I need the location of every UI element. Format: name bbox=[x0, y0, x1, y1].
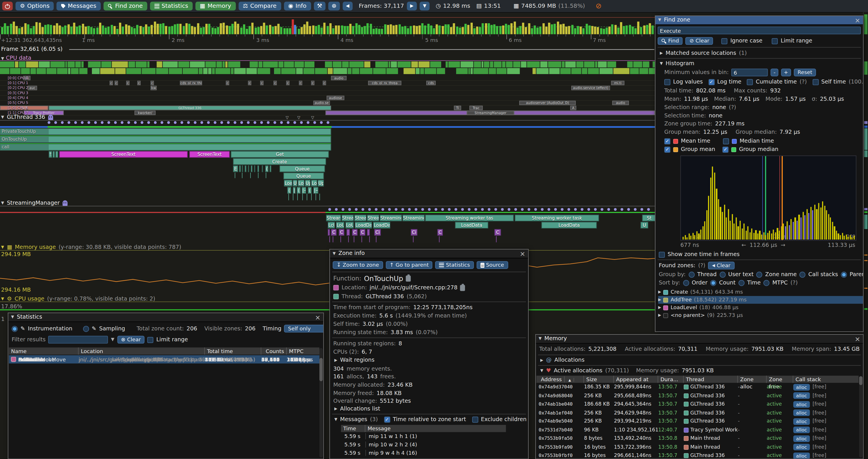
cpu-zone[interactable]: c bbox=[137, 81, 141, 85]
timeline-zone[interactable] bbox=[245, 165, 246, 172]
clipboard-icon[interactable] bbox=[406, 275, 411, 282]
clear-button[interactable]: ⊘Clear bbox=[686, 37, 713, 45]
timeline-zone[interactable]: Up bbox=[305, 180, 310, 186]
source-color-swatch[interactable] bbox=[333, 285, 339, 291]
cpu-zone[interactable]: c bbox=[226, 81, 229, 85]
zone-private-touch-up[interactable]: PrivateTouchUp bbox=[0, 128, 331, 135]
timeline-zone[interactable]: ( bbox=[265, 165, 269, 172]
memory-button[interactable]: ▦Memory bbox=[195, 2, 236, 11]
timing-dropdown[interactable]: Self only▼ bbox=[284, 325, 324, 332]
limit-range-checkbox[interactable] bbox=[148, 337, 154, 343]
timeline-zone[interactable]: LoadDaU bbox=[355, 222, 372, 229]
goto-frame-button[interactable]: ▼ bbox=[420, 2, 430, 11]
zoom-to-zone-button[interactable]: ↧Zoom to zone bbox=[333, 261, 383, 269]
cpu-zone[interactable]: c bbox=[273, 81, 277, 85]
col-address[interactable]: Address ▲ bbox=[536, 376, 584, 383]
zone-call[interactable]: call bbox=[0, 144, 331, 151]
col-location[interactable]: Location bbox=[79, 347, 205, 355]
allocations-tree[interactable]: ▶ @ Allocations bbox=[540, 357, 585, 364]
statistics-button[interactable]: Statistics bbox=[150, 2, 192, 11]
filter-input[interactable] bbox=[49, 336, 108, 343]
timeline-zone[interactable]: LoadData bbox=[455, 222, 488, 229]
scrollbar-thumb[interactable] bbox=[859, 376, 863, 385]
statistics-title-bar[interactable]: ▼ Statistics × bbox=[8, 313, 323, 322]
alloc-callstack-button[interactable]: alloc bbox=[793, 401, 810, 407]
col-counts[interactable]: Counts ▼ bbox=[261, 347, 287, 355]
cpu-zone[interactable]: audio bbox=[612, 101, 629, 105]
cpu-zone[interactable]: c bbox=[286, 81, 289, 85]
timeline-zone[interactable]: Loa bbox=[284, 180, 292, 186]
cpu-zone[interactable]: c bbox=[323, 81, 326, 85]
zone-statistics-button[interactable]: Statistics bbox=[435, 261, 474, 269]
min-bin-plus-button[interactable]: + bbox=[781, 69, 791, 76]
timeline-zone[interactable]: Strea bbox=[354, 215, 366, 221]
min-bin-input[interactable] bbox=[732, 69, 768, 76]
col-appeared[interactable]: Appeared at bbox=[614, 376, 658, 383]
timeline-zone[interactable]: | bbox=[293, 187, 296, 194]
timeline-zone[interactable]: ScreenText bbox=[189, 151, 230, 158]
group-parent-radio[interactable] bbox=[841, 271, 847, 277]
found-zone-row[interactable]: ▶ <no parent> (9) 225.73 µs bbox=[658, 312, 864, 319]
col-duration[interactable]: Dura... bbox=[658, 376, 684, 383]
help-icon[interactable]: (?) bbox=[790, 279, 798, 286]
timeline-zone[interactable]: Ci bbox=[411, 229, 417, 236]
timeline-zone[interactable] bbox=[251, 165, 252, 172]
alloc-callstack-button[interactable]: alloc bbox=[793, 409, 810, 416]
frames-overview[interactable] bbox=[0, 14, 655, 34]
timeline-zone[interactable]: |~ bbox=[313, 187, 318, 194]
group-user-text-radio[interactable] bbox=[719, 271, 725, 277]
timeline-zone[interactable] bbox=[242, 165, 243, 172]
timeline-zone[interactable]: C bbox=[331, 229, 337, 236]
group-median-checkbox[interactable] bbox=[722, 146, 728, 153]
allocation-row[interactable]: 0x74ab1ef040 256 KB 294,629,948ns 13:50.… bbox=[536, 408, 863, 417]
timeline-zone[interactable]: Up bbox=[318, 180, 324, 186]
timeline-zone[interactable] bbox=[270, 165, 272, 172]
cpu-zone[interactable]: c bbox=[151, 81, 154, 85]
alloc-callstack-button[interactable]: alloc bbox=[793, 384, 810, 390]
close-icon[interactable]: × bbox=[315, 315, 320, 320]
close-icon[interactable]: × bbox=[855, 18, 860, 23]
col-call-stack[interactable]: Call stack bbox=[793, 376, 859, 383]
timeline-zone[interactable]: LoU bbox=[336, 222, 344, 229]
alloc-callstack-button[interactable]: alloc bbox=[793, 444, 810, 450]
group-mean-checkbox[interactable] bbox=[664, 146, 671, 153]
timeline-zone[interactable] bbox=[56, 151, 58, 158]
cpu-zone[interactable]: c bbox=[115, 81, 118, 85]
alloc-callstack-button[interactable]: alloc bbox=[793, 392, 810, 399]
ignore-case-checkbox[interactable] bbox=[721, 38, 727, 44]
options-button[interactable]: ⚙Options bbox=[16, 2, 54, 11]
allocation-row[interactable]: 0x74a9d37040 186.35 KB 295,999,844ns 13:… bbox=[536, 383, 863, 392]
timeline-zone[interactable]: LoadData bbox=[541, 222, 597, 229]
timeline-zone[interactable]: Ci bbox=[374, 229, 381, 236]
sort-count-radio[interactable] bbox=[710, 280, 716, 286]
message-row[interactable]: 5.59 s mip 11 w 1 h 1 (1) bbox=[341, 432, 506, 440]
time-relative-checkbox[interactable] bbox=[384, 417, 390, 423]
timeline-zone[interactable]: Strean bbox=[326, 215, 341, 221]
wait-regions-tree[interactable]: ▶ Wait regions bbox=[334, 357, 375, 364]
message-row[interactable]: 5.59 s mip 9 w 4 h 4 (16) bbox=[341, 449, 506, 457]
cpu-zone[interactable]: Trac bbox=[469, 106, 483, 110]
alloc-callstack-button[interactable]: alloc bbox=[793, 435, 810, 442]
timeline-zone[interactable] bbox=[248, 165, 249, 172]
timeline-zone[interactable] bbox=[367, 229, 370, 236]
find-zone-search-input[interactable] bbox=[658, 27, 861, 34]
timeline-zone[interactable]: ( bbox=[297, 187, 301, 194]
timeline-zone[interactable]: Queue bbox=[283, 172, 324, 179]
message-marker-icon[interactable]: ▽ bbox=[285, 116, 288, 121]
cpu-zone[interactable]: cds bbox=[426, 81, 436, 85]
messages-tree[interactable]: ▼ Messages (3) Time relative to zone sta… bbox=[334, 416, 526, 423]
find-zone-histogram[interactable]: 1 µs 10 µs 100 bbox=[680, 156, 857, 241]
timeline-zone[interactable]: ( bbox=[308, 187, 312, 194]
clipboard-icon[interactable] bbox=[460, 285, 465, 291]
log-time-checkbox[interactable] bbox=[708, 79, 714, 85]
col-time[interactable]: Time bbox=[341, 425, 365, 432]
timeline-zone[interactable]: C bbox=[437, 229, 443, 236]
zone-source-button[interactable]: Source bbox=[476, 261, 508, 269]
statistics-row[interactable]: OnRedraw jni/../jni/src/claw/application… bbox=[9, 355, 319, 363]
ghost-zones-icon[interactable] bbox=[63, 200, 67, 206]
timeline-zone[interactable]: C bbox=[494, 229, 501, 236]
alloc-callstack-button[interactable]: alloc bbox=[793, 418, 810, 425]
show-zone-time-checkbox[interactable] bbox=[659, 252, 664, 258]
cpu-zone[interactable]: audio.service (effect) bbox=[571, 86, 610, 90]
timeline-zone[interactable]: Streaming bbox=[380, 215, 402, 221]
